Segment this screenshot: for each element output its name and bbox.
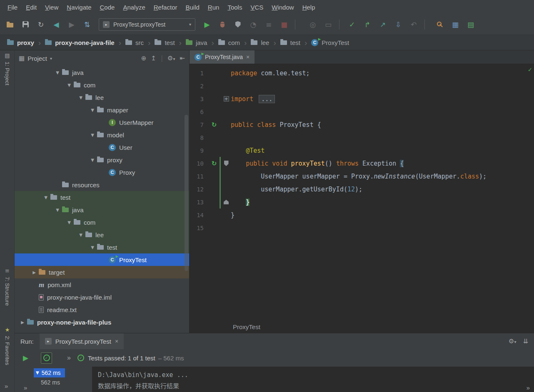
back-icon[interactable]: ◀	[50, 19, 62, 30]
collapse-arrow-icon[interactable]: ▶	[30, 270, 39, 275]
expand-arrow-icon[interactable]: ▼	[76, 233, 85, 237]
expand-icons-chevron[interactable]: »	[67, 354, 71, 362]
gear-icon[interactable]: ⚙▾	[167, 55, 175, 62]
compare-icon[interactable]: ⇅	[81, 19, 93, 30]
push-icon[interactable]: ↗	[377, 19, 389, 30]
tree-item-UserMapper[interactable]: IUserMapper	[15, 116, 189, 129]
menu-build[interactable]: Build	[181, 2, 203, 13]
menu-tools[interactable]: Tools	[223, 2, 246, 13]
menu-refactor[interactable]: Refactor	[150, 2, 182, 13]
expand-arrow-icon[interactable]: ▼	[76, 95, 85, 100]
expand-arrow-icon[interactable]: ▼	[36, 370, 39, 375]
menu-vcs[interactable]: VCS	[246, 2, 267, 13]
project-structure-icon[interactable]: ▦	[449, 19, 461, 30]
more-tool-windows-icon[interactable]: »	[5, 382, 8, 390]
breadcrumb-com[interactable]: com	[217, 39, 241, 46]
menu-code[interactable]: Code	[96, 2, 119, 13]
run-icon[interactable]: ▶	[201, 19, 213, 30]
tree-item-proxy-none-java-file.iml[interactable]: proxy-none-java-file.iml	[15, 291, 189, 303]
breadcrumb-proxy-none-java-file[interactable]: proxy-none-java-file	[44, 39, 116, 46]
close-icon[interactable]: ×	[115, 338, 118, 345]
expand-arrow-icon[interactable]: ▼	[88, 158, 97, 162]
tree-item-com[interactable]: ▼com	[15, 79, 189, 91]
tree-item-ProxyTest[interactable]: CProxyTest	[15, 253, 189, 266]
tree-item-proxy-none-java-file-plus[interactable]: ▶proxy-none-java-file-plus	[15, 316, 189, 328]
menu-view[interactable]: View	[41, 2, 62, 13]
editor-tab-proxytest[interactable]: C ProxyTest.java ×	[190, 50, 255, 64]
tree-item-target[interactable]: ▶target	[15, 266, 189, 278]
debug-icon[interactable]	[217, 19, 228, 30]
profiler-icon[interactable]: ◔	[247, 19, 259, 30]
menu-help[interactable]: Help	[298, 2, 319, 13]
collapse-all-icon[interactable]: ↥	[151, 55, 156, 62]
menu-analyze[interactable]: Analyze	[119, 2, 149, 13]
breadcrumb-test[interactable]: test	[279, 39, 302, 46]
run-console[interactable]: D:\Java\bin\java.exe ... 数据库操作，并获取执行结果	[92, 367, 534, 392]
tree-item-pom.xml[interactable]: mpom.xml	[15, 278, 189, 291]
run-test-gutter-icon[interactable]: ↻	[212, 160, 217, 167]
tool-window-favorites-button[interactable]: ★ 2: Favorites	[0, 327, 15, 365]
tree-item-User[interactable]: CUser	[15, 141, 189, 154]
tree-item-java[interactable]: ▼java	[15, 203, 189, 216]
breadcrumb-ProxyTest[interactable]: CProxyTest	[310, 39, 350, 46]
menu-run[interactable]: Run	[204, 2, 224, 13]
tree-item-test[interactable]: ▼test	[15, 241, 189, 253]
open-project-icon[interactable]	[4, 19, 16, 30]
breadcrumb-test[interactable]: test	[153, 39, 176, 46]
restore-layout-icon[interactable]: ▭	[322, 19, 334, 30]
breadcrumb-src[interactable]: src	[124, 39, 145, 46]
overflow-chevron-right[interactable]: »	[527, 384, 530, 391]
collapse-arrow-icon[interactable]: ▶	[18, 320, 27, 325]
update-project-icon[interactable]: ⇩	[392, 19, 404, 30]
breadcrumb-lee[interactable]: lee	[250, 39, 270, 46]
rerun-icon[interactable]: ▶	[23, 354, 28, 362]
save-all-icon[interactable]	[20, 19, 31, 30]
tree-item-lee[interactable]: ▼lee	[15, 228, 189, 241]
expand-arrow-icon[interactable]: ▼	[65, 83, 74, 87]
expand-arrow-icon[interactable]: ▼	[41, 195, 50, 200]
tree-item-model[interactable]: ▼model	[15, 129, 189, 141]
breadcrumb-proxy[interactable]: proxy	[6, 39, 35, 46]
revert-icon[interactable]: ↶	[408, 19, 419, 30]
synchronize-icon[interactable]: ↻	[35, 19, 47, 30]
fold-toggle-icon[interactable]: +	[224, 96, 229, 102]
run-test-gutter-icon[interactable]: ↻	[212, 121, 217, 129]
menu-file[interactable]: File	[3, 2, 22, 13]
thread-dump-icon[interactable]: ≡	[263, 19, 274, 30]
expand-arrow-icon[interactable]: ▼	[53, 208, 62, 212]
run-tab-proxytest[interactable]: ▸ ProxyTest.proxyTest ×	[40, 333, 124, 349]
tree-item-Proxy[interactable]: CProxy	[15, 166, 189, 179]
forward-icon[interactable]: ▶	[66, 19, 77, 30]
menu-window[interactable]: Window	[267, 2, 298, 13]
find-action-icon[interactable]: ◎	[307, 19, 319, 30]
coverage-icon[interactable]	[232, 19, 244, 30]
tree-item-test[interactable]: ▼test	[15, 191, 189, 203]
menu-edit[interactable]: Edit	[22, 2, 41, 13]
tree-item-readme.txt[interactable]: readme.txt	[15, 303, 189, 316]
inspections-ok-icon[interactable]: ✓	[528, 67, 532, 73]
settings-key-icon[interactable]	[434, 19, 446, 30]
tree-item-com[interactable]: ▼com	[15, 216, 189, 228]
locate-file-icon[interactable]: ⊕	[141, 55, 147, 62]
tool-window-project-button[interactable]: ▤ 1: Project	[0, 52, 15, 85]
close-icon[interactable]: ×	[246, 54, 250, 60]
tree-item-mapper[interactable]: ▼mapper	[15, 104, 189, 116]
editor-breadcrumb-class[interactable]: ProxyTest	[233, 323, 260, 330]
tree-item-lee[interactable]: ▼lee	[15, 91, 189, 104]
stop-icon[interactable]: ■	[278, 19, 290, 30]
tree-item-proxy[interactable]: ▼proxy	[15, 154, 189, 166]
project-scrollbar[interactable]	[185, 115, 188, 271]
project-panel-title[interactable]: Project	[27, 55, 47, 62]
expand-arrow-icon[interactable]: ▼	[65, 220, 74, 225]
overflow-chevron-left[interactable]: »	[24, 384, 27, 391]
menu-navigate[interactable]: Navigate	[62, 2, 95, 13]
test-tree-row[interactable]: ▼562 ms	[15, 368, 92, 377]
expand-arrow-icon[interactable]: ▼	[88, 245, 97, 250]
expand-arrow-icon[interactable]: ▼	[53, 70, 62, 75]
show-passed-toggle[interactable]: ✓	[41, 352, 52, 364]
vcs-branch-icon[interactable]: ↱	[362, 19, 373, 30]
commit-icon[interactable]: ✓	[346, 19, 358, 30]
expand-arrow-icon[interactable]: ▼	[88, 133, 97, 137]
chevron-down-icon[interactable]: ▾	[50, 56, 52, 61]
tree-item-resources[interactable]: resources	[15, 179, 189, 191]
